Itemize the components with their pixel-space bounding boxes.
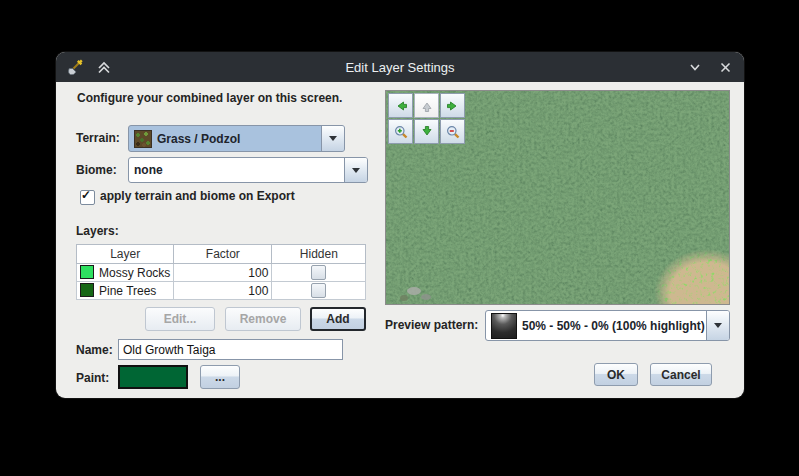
zoom-in-button[interactable] [388, 119, 413, 144]
preview-pattern-dropdown-arrow[interactable] [706, 311, 729, 340]
layer-color-swatch [80, 283, 94, 297]
titlebar[interactable]: Edit Layer Settings [56, 52, 744, 82]
scroll-down-button[interactable] [414, 119, 439, 144]
edit-button[interactable]: Edit... [145, 307, 215, 331]
remove-button[interactable]: Remove [225, 307, 301, 331]
terrain-label: Terrain: [76, 131, 120, 145]
zoom-out-button[interactable] [440, 119, 465, 144]
ok-button[interactable]: OK [594, 363, 638, 386]
layer-row-mossy-rocks[interactable]: Mossy Rocks 100 [77, 264, 366, 282]
layer-hidden-cell[interactable] [272, 282, 366, 300]
terrain-dropdown-arrow[interactable] [321, 126, 344, 151]
biome-label: Biome: [76, 163, 117, 177]
hidden-checkbox[interactable] [311, 283, 326, 298]
desktop-background: Edit Layer Settings Configure your combi… [0, 0, 799, 476]
apply-export-checkbox[interactable]: ✓ [80, 190, 95, 205]
scroll-left-button[interactable] [388, 93, 413, 118]
preview-pattern-selected-value: 50% - 50% - 0% (100% highlight) [486, 313, 706, 339]
apply-export-label[interactable]: apply terrain and biome on Export [100, 189, 295, 203]
name-label: Name: [76, 343, 113, 357]
terrain-texture-icon [134, 130, 152, 148]
preview-pattern-combobox[interactable]: 50% - 50% - 0% (100% highlight) [485, 310, 730, 341]
terrain-selected-value: Grass / Podzol [129, 130, 321, 148]
terrain-combobox[interactable]: Grass / Podzol [128, 125, 345, 152]
preview-scroll-controls [388, 93, 465, 144]
paint-browse-button[interactable]: ... [200, 365, 240, 389]
roll-down-icon[interactable] [686, 58, 704, 76]
biome-dropdown-arrow[interactable] [344, 158, 367, 182]
hidden-checkbox[interactable] [311, 265, 326, 280]
paint-color-swatch [118, 365, 188, 389]
biome-combobox[interactable]: none [128, 157, 368, 183]
edit-layer-settings-dialog: Edit Layer Settings Configure your combi… [56, 52, 744, 398]
layer-preview-panel [385, 90, 730, 305]
biome-selected-value: none [129, 163, 344, 177]
layers-table: Layer Factor Hidden Mossy Rocks 100 Pine… [76, 244, 366, 300]
window-title: Edit Layer Settings [56, 60, 744, 75]
layer-row-pine-trees[interactable]: Pine Trees 100 [77, 282, 366, 300]
layer-factor-cell[interactable]: 100 [174, 282, 272, 300]
pattern-gradient-icon [491, 313, 517, 339]
cancel-button[interactable]: Cancel [650, 363, 712, 386]
scroll-right-button[interactable] [440, 93, 465, 118]
scroll-up-button[interactable] [414, 93, 439, 118]
close-icon[interactable] [716, 58, 734, 76]
check-icon: ✓ [81, 188, 91, 202]
column-header-layer: Layer [77, 245, 174, 264]
intro-text: Configure your combined layer on this sc… [77, 91, 342, 105]
layer-name-cell[interactable]: Mossy Rocks [77, 264, 174, 282]
name-input[interactable] [118, 339, 343, 360]
column-header-factor: Factor [174, 245, 272, 264]
preview-pattern-label: Preview pattern: [385, 318, 478, 332]
layer-factor-cell[interactable]: 100 [174, 264, 272, 282]
paint-label: Paint: [76, 371, 109, 385]
layer-color-swatch [80, 265, 94, 279]
layer-hidden-cell[interactable] [272, 264, 366, 282]
add-button[interactable]: Add [310, 307, 366, 331]
layer-name-cell[interactable]: Pine Trees [77, 282, 174, 300]
layers-label: Layers: [76, 224, 119, 238]
column-header-hidden: Hidden [272, 245, 366, 264]
layers-header-row: Layer Factor Hidden [77, 245, 366, 264]
